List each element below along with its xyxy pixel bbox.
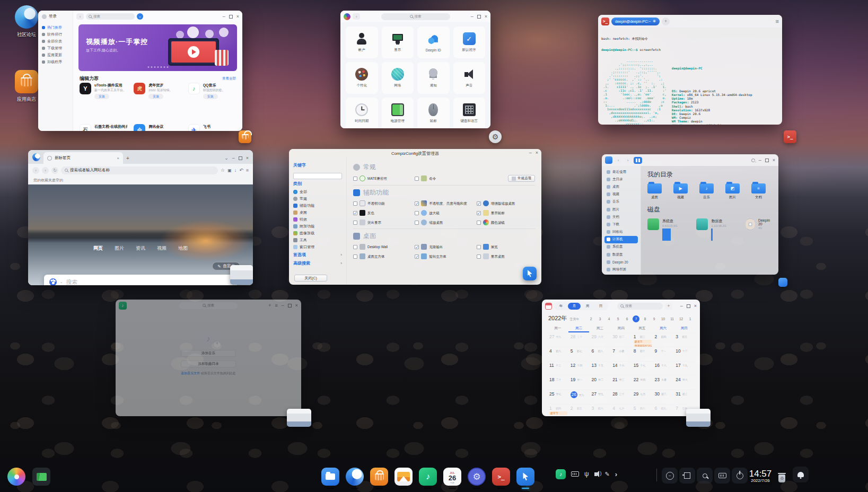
plugin-item[interactable]: 旋转立方体 [415, 253, 473, 259]
calendar-day[interactable]: 16十八 [653, 361, 674, 375]
account-row[interactable]: 登录 [42, 14, 69, 19]
month-pill[interactable]: 12 [678, 315, 685, 322]
settings-module-card[interactable]: 键盘和语言 [453, 98, 486, 128]
install-button[interactable]: 安装 [203, 94, 218, 99]
calendar-day[interactable]: 28三十 [610, 390, 632, 404]
minimize-button[interactable]: – [282, 303, 284, 308]
search-category-tab[interactable]: 视频 [157, 245, 166, 252]
menu-icon[interactable]: ≡ [246, 168, 249, 173]
store-search-input[interactable]: 搜索 [86, 13, 135, 20]
add-music-button[interactable]: 添加音乐 [181, 350, 236, 357]
month-pill[interactable]: 5 [615, 315, 621, 322]
tray-music-icon[interactable]: ♪ [556, 469, 566, 479]
dock-console-icon[interactable] [32, 468, 50, 486]
ccsm-filter-input[interactable] [293, 173, 342, 179]
calendar-search-input[interactable]: 搜索 [617, 303, 663, 310]
folder-item[interactable]: ♪ 音乐 [699, 183, 714, 200]
plugin-checkbox[interactable] [353, 177, 357, 181]
file-manager-titlebar[interactable]: ‹ › –× [602, 154, 778, 166]
tray-keyboard-layout-icon[interactable] [571, 468, 579, 480]
calendar-day[interactable]: 6初八 [589, 347, 610, 361]
calendar-day[interactable]: 1初三 建党节香港回归纪念日 [632, 332, 653, 347]
close-button[interactable]: × [295, 303, 298, 308]
plugin-checkbox[interactable] [477, 201, 481, 206]
advanced-search-link[interactable]: 高级搜索› [293, 259, 342, 267]
music-titlebar[interactable]: ♪ 搜索 +≡–× [116, 300, 301, 311]
sidebar-location-item[interactable]: 文档 [604, 213, 638, 221]
app-card[interactable]: 虎 虎年贺岁 2022·贺岁特辑。 安装 [134, 83, 181, 99]
menu-icon[interactable]: ≡ [275, 303, 277, 308]
music-search-input[interactable]: 搜索 [179, 302, 238, 309]
filter-dropdown-icon[interactable]: ⌄ [137, 13, 143, 20]
month-pill[interactable]: 7 [633, 315, 639, 322]
dock-trash-icon[interactable]: ♻ [778, 475, 785, 482]
calendar-day[interactable]: 26廿八 [568, 390, 590, 404]
browser-toolbar[interactable]: ‹ › ↻ 搜索或者输入网站名称 ☆ ▣ ↓ ↶ ≡ [28, 164, 253, 177]
search-icon[interactable] [751, 159, 755, 162]
calendar-titlebar[interactable]: 年月周日 搜索 + –× [542, 300, 700, 312]
calendar-day[interactable]: 7小暑 [610, 347, 632, 361]
browser-tabbar[interactable]: 新标签页 × + ⌄–× [28, 150, 253, 164]
store-banner[interactable]: 视频播放·一手掌控 放下工作,随心追剧。 [78, 24, 237, 71]
close-button[interactable]: × [246, 156, 249, 161]
calendar-day[interactable]: 3初六 [589, 404, 610, 416]
ccsm-category-item[interactable]: 特效 [293, 216, 342, 223]
sidebar-location-item[interactable]: 音乐 [604, 198, 638, 206]
terminal-window-icon[interactable]: >_ [784, 130, 796, 143]
downloads-icon[interactable]: ↓ [234, 168, 237, 173]
general-options-button[interactable]: 常规选项 [508, 175, 535, 182]
banner-pagination-dots[interactable] [147, 66, 168, 68]
dock-app-store-icon[interactable] [370, 468, 388, 486]
plugin-checkbox[interactable] [353, 254, 357, 259]
dock-onboard-keyboard-icon[interactable] [714, 468, 730, 484]
sidebar-location-item[interactable]: 计算机 [604, 236, 638, 243]
search-category-tab[interactable]: 资讯 [136, 245, 145, 252]
terminal-tab[interactable]: deepin@deepin-PC:~⊗ [611, 17, 660, 25]
plugin-item[interactable]: 命令 [415, 175, 473, 182]
sidebar-location-item[interactable]: 下载 [604, 221, 638, 228]
new-event-button[interactable]: + [665, 303, 672, 310]
minimize-button[interactable]: – [232, 156, 235, 161]
month-pill[interactable]: 1 [687, 315, 694, 322]
calendar-day[interactable]: 21廿三 [610, 375, 632, 390]
settings-module-card[interactable]: 电源管理 [382, 98, 414, 128]
calendar-day[interactable]: 1初四 建军节 [547, 404, 568, 416]
plugin-checkbox[interactable] [477, 211, 481, 215]
tab-close-icon[interactable]: × [117, 156, 119, 161]
dock-notification-icon[interactable] [793, 467, 809, 482]
settings-module-card[interactable]: 帐户 [346, 27, 378, 58]
calendar-day[interactable]: 5初七 [568, 347, 590, 361]
dock-music-icon[interactable]: ♪ [419, 468, 437, 486]
dock-clipboard-icon[interactable] [679, 468, 695, 484]
calendar-day[interactable]: 10十二 [673, 347, 695, 361]
dock-clock[interactable]: 14:57 2022/7/26 [747, 469, 774, 484]
plugin-item[interactable]: 显示鼠标 [477, 210, 535, 216]
calendar-day[interactable]: 8初十 [632, 347, 653, 361]
app-store-nav-item[interactable]: 热门推荐 [42, 24, 69, 31]
history-icon[interactable]: ↶ [239, 168, 243, 173]
plugin-checkbox[interactable] [415, 177, 419, 181]
control-center-window-icon[interactable]: ⚙ [489, 130, 502, 143]
calendar-window-icon[interactable] [686, 409, 711, 427]
window-terminal[interactable]: >_ deepin@deepin-PC:~⊗ + ≡ bash: neofetc… [598, 15, 782, 125]
month-pill[interactable]: 2 [588, 315, 594, 322]
window-file-manager[interactable]: ‹ › –× 最近使用 主目录 桌面 视频 [602, 154, 778, 275]
close-ccsm-button[interactable]: 关闭(C) [294, 275, 327, 282]
dock-shutdown-icon[interactable] [732, 468, 748, 484]
new-tab-button[interactable]: + [662, 17, 670, 25]
close-button[interactable]: × [485, 14, 487, 19]
back-button[interactable]: ‹ [32, 167, 39, 174]
plugin-checkbox[interactable] [353, 201, 357, 206]
tab-close-icon[interactable]: ⊗ [653, 19, 656, 23]
calendar-day[interactable]: 27廿九 [589, 390, 610, 404]
dock-compiz-icon[interactable] [516, 468, 534, 486]
forward-button[interactable]: › [624, 157, 632, 163]
settings-search-input[interactable]: 搜索 [381, 13, 450, 20]
month-pill[interactable]: 3 [597, 315, 603, 322]
app-store-nav-item[interactable]: 全部分类 [42, 38, 69, 45]
disk-item[interactable]: 数据盘 1.1G/38.2G [696, 218, 726, 231]
newtab-search-bar[interactable]: ⌄ 搜索 [44, 275, 238, 285]
calendar-day[interactable]: 29六月 [589, 332, 610, 347]
calendar-day[interactable]: 13十五 [589, 361, 610, 375]
control-center-titlebar[interactable]: ‹ 搜索 –× [340, 11, 490, 22]
